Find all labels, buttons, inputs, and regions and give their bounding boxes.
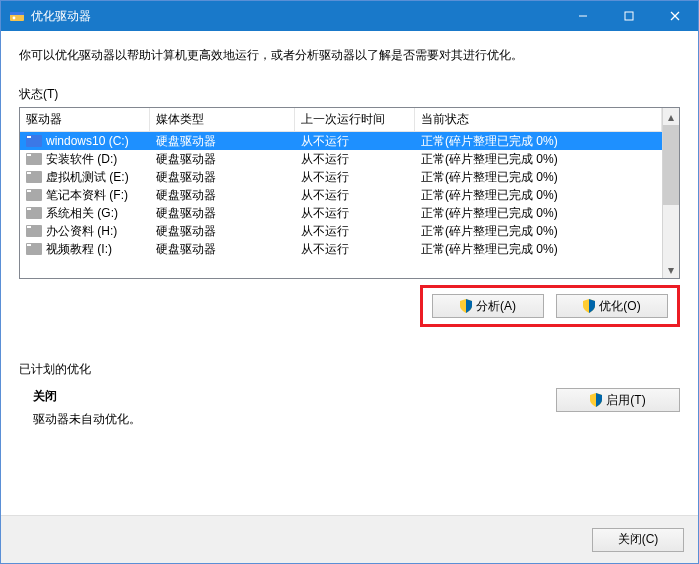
shield-icon (583, 299, 595, 313)
close-dialog-button[interactable]: 关闭(C) (592, 528, 684, 552)
close-button[interactable] (652, 1, 698, 31)
drive-last: 从不运行 (295, 151, 415, 168)
drive-last: 从不运行 (295, 169, 415, 186)
drive-state: 正常(碎片整理已完成 0%) (415, 169, 662, 186)
drive-last: 从不运行 (295, 187, 415, 204)
drive-name: 系统相关 (G:) (20, 205, 150, 222)
table-row[interactable]: windows10 (C:)硬盘驱动器从不运行正常(碎片整理已完成 0%) (20, 132, 662, 150)
drive-icon (26, 135, 42, 147)
drive-state: 正常(碎片整理已完成 0%) (415, 133, 662, 150)
status-label: 状态(T) (19, 86, 680, 103)
scroll-up-button[interactable]: ▴ (663, 108, 679, 125)
table-row[interactable]: 安装软件 (D:)硬盘驱动器从不运行正常(碎片整理已完成 0%) (20, 150, 662, 168)
table-row[interactable]: 笔记本资料 (F:)硬盘驱动器从不运行正常(碎片整理已完成 0%) (20, 186, 662, 204)
titlebar: 优化驱动器 (1, 1, 698, 31)
drive-name: 虚拟机测试 (E:) (20, 169, 150, 186)
drive-list: 驱动器 媒体类型 上一次运行时间 当前状态 windows10 (C:)硬盘驱动… (19, 107, 680, 279)
drive-name: 办公资料 (H:) (20, 223, 150, 240)
svg-rect-4 (625, 12, 633, 20)
window-title: 优化驱动器 (31, 8, 560, 25)
table-row[interactable]: 办公资料 (H:)硬盘驱动器从不运行正常(碎片整理已完成 0%) (20, 222, 662, 240)
scheduled-heading: 已计划的优化 (19, 361, 680, 378)
col-state[interactable]: 当前状态 (415, 108, 662, 131)
drive-name: windows10 (C:) (20, 134, 150, 148)
close-label: 关闭(C) (618, 531, 659, 548)
enable-label: 启用(T) (606, 392, 645, 409)
column-headers: 驱动器 媒体类型 上一次运行时间 当前状态 (20, 108, 662, 132)
drive-icon (26, 189, 42, 201)
footer: 关闭(C) (1, 515, 698, 563)
shield-icon (590, 393, 602, 407)
drive-media: 硬盘驱动器 (150, 223, 295, 240)
drive-media: 硬盘驱动器 (150, 133, 295, 150)
drive-name: 笔记本资料 (F:) (20, 187, 150, 204)
drive-icon (26, 243, 42, 255)
col-media[interactable]: 媒体类型 (150, 108, 295, 131)
col-last[interactable]: 上一次运行时间 (295, 108, 415, 131)
drive-media: 硬盘驱动器 (150, 169, 295, 186)
drive-last: 从不运行 (295, 205, 415, 222)
drive-media: 硬盘驱动器 (150, 187, 295, 204)
scroll-down-button[interactable]: ▾ (663, 261, 679, 278)
drive-state: 正常(碎片整理已完成 0%) (415, 151, 662, 168)
optimize-label: 优化(O) (599, 298, 640, 315)
shield-icon (460, 299, 472, 313)
analyze-button[interactable]: 分析(A) (432, 294, 544, 318)
scheduled-note: 驱动器未自动优化。 (33, 411, 556, 428)
scheduled-section: 已计划的优化 关闭 驱动器未自动优化。 启用(T) (19, 361, 680, 428)
analyze-label: 分析(A) (476, 298, 516, 315)
drive-media: 硬盘驱动器 (150, 151, 295, 168)
enable-button[interactable]: 启用(T) (556, 388, 680, 412)
content-area: 你可以优化驱动器以帮助计算机更高效地运行，或者分析驱动器以了解是否需要对其进行优… (1, 31, 698, 515)
drive-state: 正常(碎片整理已完成 0%) (415, 241, 662, 258)
drive-name: 视频教程 (I:) (20, 241, 150, 258)
drive-name: 安装软件 (D:) (20, 151, 150, 168)
drive-last: 从不运行 (295, 223, 415, 240)
drive-icon (26, 153, 42, 165)
app-icon (9, 8, 25, 24)
drive-media: 硬盘驱动器 (150, 241, 295, 258)
drive-state: 正常(碎片整理已完成 0%) (415, 223, 662, 240)
scheduled-status: 关闭 (33, 388, 556, 405)
drive-icon (26, 225, 42, 237)
table-row[interactable]: 虚拟机测试 (E:)硬盘驱动器从不运行正常(碎片整理已完成 0%) (20, 168, 662, 186)
drive-state: 正常(碎片整理已完成 0%) (415, 205, 662, 222)
drive-media: 硬盘驱动器 (150, 205, 295, 222)
scrollbar[interactable]: ▴ ▾ (662, 108, 679, 278)
drive-last: 从不运行 (295, 241, 415, 258)
minimize-button[interactable] (560, 1, 606, 31)
table-row[interactable]: 视频教程 (I:)硬盘驱动器从不运行正常(碎片整理已完成 0%) (20, 240, 662, 258)
optimize-button[interactable]: 优化(O) (556, 294, 668, 318)
action-highlight-box: 分析(A) 优化(O) (420, 285, 680, 327)
drive-state: 正常(碎片整理已完成 0%) (415, 187, 662, 204)
maximize-button[interactable] (606, 1, 652, 31)
window: 优化驱动器 你可以优化驱动器以帮助计算机更高效地运行，或者分析驱动器以了解是否需… (0, 0, 699, 564)
description-text: 你可以优化驱动器以帮助计算机更高效地运行，或者分析驱动器以了解是否需要对其进行优… (19, 47, 680, 64)
scroll-track[interactable] (663, 205, 679, 261)
drive-icon (26, 207, 42, 219)
table-row[interactable]: 系统相关 (G:)硬盘驱动器从不运行正常(碎片整理已完成 0%) (20, 204, 662, 222)
svg-point-2 (13, 17, 16, 20)
drive-icon (26, 171, 42, 183)
col-drive[interactable]: 驱动器 (20, 108, 150, 131)
scroll-thumb[interactable] (663, 125, 679, 205)
drive-last: 从不运行 (295, 133, 415, 150)
svg-rect-1 (10, 12, 24, 15)
